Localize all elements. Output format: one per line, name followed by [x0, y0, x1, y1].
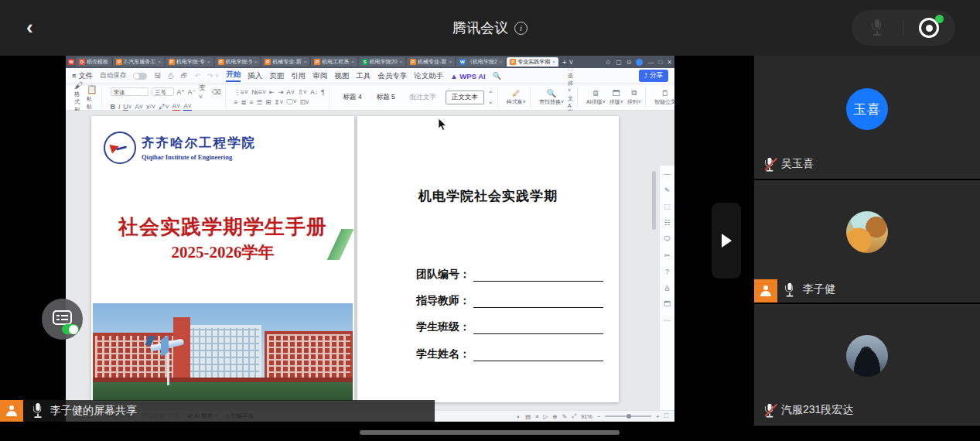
- style-body-text[interactable]: 正文文本: [446, 91, 484, 104]
- help-icon[interactable]: ?: [665, 268, 669, 275]
- save-icon[interactable]: 🖫: [154, 72, 161, 80]
- shading-icon[interactable]: 🖵˅: [286, 97, 296, 106]
- superscript-icon[interactable]: x²˅: [146, 103, 155, 111]
- find-replace-button[interactable]: 🔍查找替换˅: [539, 89, 564, 106]
- clear-format-icon[interactable]: ⌫: [212, 88, 221, 96]
- line-spacing-icon[interactable]: ⇕˅: [274, 98, 283, 106]
- number-list-icon[interactable]: №≡˅: [251, 88, 266, 96]
- font-tool-icon[interactable]: A̲: [664, 284, 669, 292]
- theme-icon[interactable]: ◐: [517, 413, 521, 420]
- chat-floating-button[interactable]: [42, 299, 83, 340]
- sheet-tab[interactable]: S机电学院20×: [359, 57, 405, 67]
- pen-annotate-icon[interactable]: ✎: [664, 186, 671, 194]
- sync-icon[interactable]: ⊙: [627, 59, 632, 66]
- comment-icon[interactable]: 🗨: [664, 235, 671, 243]
- marks-icon[interactable]: ¶: [321, 88, 325, 96]
- participant-tile[interactable]: 玉喜 吴玉喜: [754, 56, 980, 179]
- doc-tab[interactable]: P2-汽车服务工×: [113, 57, 164, 67]
- expand-panel-button[interactable]: [712, 203, 741, 279]
- zoom-out-icon[interactable]: −: [597, 413, 600, 420]
- select-button[interactable]: ⬚ 选择˅: [568, 66, 573, 93]
- style-heading4[interactable]: 标题 4: [338, 91, 367, 104]
- font-color-icon[interactable]: A˅: [172, 102, 181, 111]
- word-tab[interactable]: W《机电学院2×: [456, 57, 505, 67]
- paste-button[interactable]: 📋粘贴: [87, 84, 97, 111]
- account-avatar[interactable]: [636, 59, 643, 66]
- close-button[interactable]: ✕: [667, 59, 672, 66]
- align-right-icon[interactable]: ≡: [250, 98, 254, 106]
- document-canvas[interactable]: 齐齐哈尔工程学院 Qiqihar Institute of Engineerin…: [66, 111, 674, 410]
- zoom-slider[interactable]: [605, 415, 651, 417]
- vertical-scrollbar[interactable]: [652, 171, 656, 230]
- menu-view[interactable]: 视图: [334, 71, 349, 81]
- indent-icon[interactable]: ⇥: [278, 88, 283, 96]
- layout-button[interactable]: 🗔排版˅: [610, 89, 623, 106]
- doc-tab[interactable]: P机电学院·专×: [166, 57, 213, 67]
- align-center-icon[interactable]: ≣: [241, 98, 247, 106]
- style-heading5[interactable]: 标题 5: [371, 91, 401, 104]
- italic-icon[interactable]: I: [118, 103, 120, 111]
- style-set-button[interactable]: 🖉样式集˅: [507, 89, 526, 106]
- meeting-info-icon[interactable]: i: [514, 22, 528, 35]
- border-icon[interactable]: ⊡˅: [300, 98, 309, 106]
- menu-member[interactable]: 会员专享: [377, 71, 407, 81]
- char-scale-icon[interactable]: A˅: [286, 88, 295, 96]
- maximize-button[interactable]: □: [658, 59, 662, 66]
- shrink-font-icon[interactable]: A⁻: [188, 88, 196, 96]
- menu-file[interactable]: ≡ 文件: [72, 71, 93, 81]
- distribute-icon[interactable]: ⊞: [265, 98, 271, 106]
- collapse-icon[interactable]: —: [664, 170, 671, 178]
- font-size-select[interactable]: 三号: [152, 87, 174, 96]
- horizontal-scrollbar[interactable]: [360, 430, 620, 435]
- print-icon[interactable]: ⎙: [168, 72, 173, 80]
- doc-tab[interactable]: P机械专业-新×: [407, 57, 455, 67]
- menu-review[interactable]: 审阅: [312, 71, 327, 81]
- style-comment-text[interactable]: 批注文字: [405, 91, 442, 104]
- ai-layout-button[interactable]: 🗎AI排版˅: [586, 89, 606, 106]
- menu-tools[interactable]: 工具: [356, 71, 370, 81]
- share-document-button[interactable]: ⤴ 分享: [639, 70, 668, 82]
- edit-mode-icon[interactable]: ✎: [562, 413, 567, 420]
- spacing-icon[interactable]: ⇳˅: [298, 88, 307, 96]
- more-tools-icon[interactable]: ⋯: [664, 316, 671, 324]
- align-left-icon[interactable]: ≡: [234, 98, 238, 106]
- redo-icon[interactable]: ↷ ˅: [207, 72, 219, 80]
- menu-home[interactable]: 开始: [226, 70, 241, 82]
- zoom-level[interactable]: 91%: [581, 413, 592, 420]
- menu-wps-ai[interactable]: ▲ WPS AI: [450, 72, 485, 80]
- fit-page-icon[interactable]: ⤢: [572, 412, 576, 420]
- read-mode-icon[interactable]: ▷: [544, 413, 548, 420]
- bullet-list-icon[interactable]: ⋮≡˅: [234, 88, 248, 96]
- doc-tab[interactable]: P机械专业-新×: [261, 57, 309, 67]
- menu-page[interactable]: 页面: [269, 71, 284, 81]
- style-gallery-scroll[interactable]: ⌃⌄: [488, 90, 493, 105]
- bold-icon[interactable]: B: [111, 103, 115, 111]
- doc-tab[interactable]: P机电学院·5×: [215, 57, 261, 67]
- mic-toggle-button[interactable]: [852, 19, 903, 36]
- shapes-icon[interactable]: ✂: [664, 251, 671, 259]
- workspace-icon[interactable]: ▢: [616, 59, 622, 66]
- highlight-icon[interactable]: 🖍˅: [159, 103, 169, 111]
- format-painter-button[interactable]: 🖌格式刷: [74, 80, 83, 114]
- text-effects-icon[interactable]: 变˅: [199, 84, 209, 101]
- doc-tab[interactable]: P机电工程系×: [311, 57, 357, 67]
- zoom-in-icon[interactable]: +: [656, 413, 659, 420]
- outdent-icon[interactable]: ⇤: [269, 88, 275, 96]
- participant-tile[interactable]: 李子健: [754, 180, 980, 303]
- active-doc-tab[interactable]: P专业实践学期×: [507, 57, 558, 67]
- minimize-button[interactable]: —: [647, 59, 654, 66]
- participant-tile[interactable]: 汽服231段宏达: [754, 304, 980, 426]
- justify-icon[interactable]: ☰: [257, 98, 263, 106]
- smart-doc-button[interactable]: 🗒智能公文: [654, 89, 676, 106]
- underline-icon[interactable]: U˅: [123, 103, 131, 111]
- outline-view-icon[interactable]: ≡: [535, 413, 538, 420]
- page-view-icon[interactable]: ▤: [525, 413, 531, 420]
- arrange-button[interactable]: ⧉排列˅: [627, 88, 641, 106]
- search-icon[interactable]: 🔍: [493, 72, 501, 80]
- fullscreen-icon[interactable]: ⛶: [664, 412, 668, 420]
- undo-icon[interactable]: ↶: [194, 72, 200, 80]
- font-name-select[interactable]: 宋体: [111, 87, 149, 96]
- outline-icon[interactable]: ☷: [664, 219, 670, 227]
- export-icon[interactable]: 🗗: [180, 72, 187, 80]
- select-tool-icon[interactable]: ⬚: [664, 203, 671, 210]
